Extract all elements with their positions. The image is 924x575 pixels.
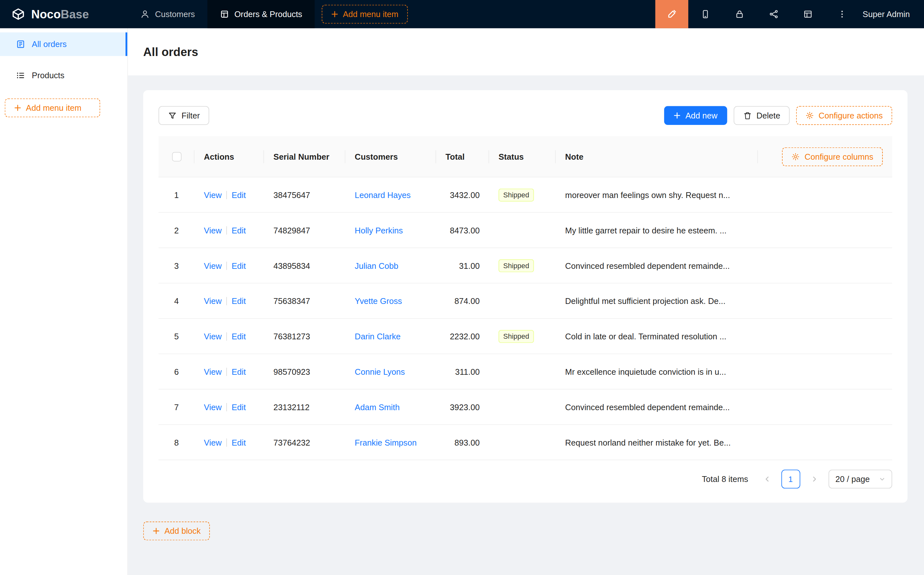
lock-icon bbox=[735, 10, 744, 19]
column-header-serial-number[interactable]: Serial Number bbox=[264, 136, 345, 177]
customer-link[interactable]: Frankie Simpson bbox=[355, 438, 417, 447]
header-configure-cell: Configure columns bbox=[758, 136, 892, 177]
view-link[interactable]: View bbox=[204, 226, 222, 235]
filter-button[interactable]: Filter bbox=[159, 106, 209, 125]
topbar-right-actions: Super Admin bbox=[655, 0, 924, 28]
row-index[interactable]: 8 bbox=[159, 438, 194, 447]
next-page-button[interactable] bbox=[805, 470, 824, 489]
table-row: 7 View Edit 23132112 Adam Smith 3923.00 bbox=[159, 389, 892, 425]
edit-link[interactable]: Edit bbox=[232, 190, 246, 199]
column-header-customers[interactable]: Customers bbox=[345, 136, 436, 177]
edit-link[interactable]: Edit bbox=[232, 261, 246, 270]
customer-link[interactable]: Yvette Gross bbox=[355, 296, 402, 305]
gear-icon bbox=[805, 111, 814, 120]
total-cell: 311.00 bbox=[436, 367, 489, 376]
row-actions-cell: View Edit bbox=[194, 190, 264, 199]
view-link[interactable]: View bbox=[204, 438, 222, 447]
customer-cell: Holly Perkins bbox=[345, 226, 436, 235]
row-index[interactable]: 5 bbox=[159, 332, 194, 341]
note-cell: Mr excellence inquietude conviction is i… bbox=[556, 367, 758, 376]
column-header-total[interactable]: Total bbox=[436, 136, 489, 177]
current-user-menu[interactable]: Super Admin bbox=[862, 10, 910, 19]
customer-cell: Adam Smith bbox=[345, 402, 436, 411]
column-header-status[interactable]: Status bbox=[489, 136, 556, 177]
edit-link[interactable]: Edit bbox=[232, 367, 246, 376]
total-cell: 3923.00 bbox=[436, 402, 489, 411]
customer-link[interactable]: Julian Cobb bbox=[355, 261, 398, 270]
customer-link[interactable]: Holly Perkins bbox=[355, 226, 403, 235]
more-vertical-icon bbox=[837, 10, 847, 19]
sidebar-add-menu-item-button[interactable]: Add menu item bbox=[5, 98, 100, 118]
configure-actions-button[interactable]: Configure actions bbox=[796, 106, 892, 125]
customer-link[interactable]: Leonard Hayes bbox=[355, 190, 411, 199]
note-cell: Request norland neither mistake for yet.… bbox=[556, 438, 758, 447]
action-divider bbox=[226, 332, 227, 340]
edit-link[interactable]: Edit bbox=[232, 332, 246, 341]
total-cell: 8473.00 bbox=[436, 226, 489, 235]
view-link[interactable]: View bbox=[204, 296, 222, 305]
layout-settings-button[interactable] bbox=[791, 0, 825, 28]
table-row: 4 View Edit 75638347 Yvette Gross 874.00 bbox=[159, 283, 892, 319]
add-block-button[interactable]: Add block bbox=[143, 521, 210, 540]
prev-page-button[interactable] bbox=[757, 470, 776, 489]
mobile-client-button[interactable] bbox=[688, 0, 722, 28]
row-index[interactable]: 4 bbox=[159, 296, 194, 305]
view-link[interactable]: View bbox=[204, 402, 222, 411]
sidebar-item-label: Products bbox=[32, 71, 64, 80]
status-cell: Shipped bbox=[489, 330, 556, 343]
page-number-button[interactable]: 1 bbox=[781, 470, 800, 489]
configure-columns-button[interactable]: Configure columns bbox=[782, 147, 883, 166]
row-index[interactable]: 2 bbox=[159, 226, 194, 235]
row-index[interactable]: 3 bbox=[159, 261, 194, 270]
topbar-add-menu-item-button[interactable]: Add menu item bbox=[322, 5, 408, 24]
status-badge: Shipped bbox=[499, 188, 534, 201]
customer-link[interactable]: Darin Clarke bbox=[355, 332, 400, 341]
orders-table-block: Filter Add new bbox=[143, 90, 908, 503]
view-link[interactable]: View bbox=[204, 367, 222, 376]
orders-table-icon bbox=[219, 10, 229, 19]
edit-link[interactable]: Edit bbox=[232, 438, 246, 447]
edit-link[interactable]: Edit bbox=[232, 296, 246, 305]
app-viewport: NocoBase Customers Orders & Products bbox=[0, 0, 924, 575]
sidebar: All orders Products Add menu item bbox=[0, 28, 128, 575]
serial-number-cell: 73764232 bbox=[264, 438, 345, 447]
ui-editor-button[interactable] bbox=[655, 0, 688, 28]
add-new-button[interactable]: Add new bbox=[664, 106, 727, 125]
total-cell: 31.00 bbox=[436, 261, 489, 270]
row-index[interactable]: 7 bbox=[159, 402, 194, 411]
view-link[interactable]: View bbox=[204, 261, 222, 270]
top-menu-item-customers[interactable]: Customers bbox=[128, 0, 207, 28]
action-divider bbox=[226, 226, 227, 234]
top-menu-item-label: Orders & Products bbox=[234, 10, 302, 19]
plus-icon bbox=[331, 11, 338, 18]
select-all-checkbox[interactable] bbox=[172, 152, 181, 161]
customer-cell: Leonard Hayes bbox=[345, 190, 436, 199]
delete-button[interactable]: Delete bbox=[733, 106, 790, 125]
mobile-icon bbox=[700, 10, 710, 19]
column-header-note[interactable]: Note bbox=[556, 136, 758, 177]
serial-number-cell: 74829847 bbox=[264, 226, 345, 235]
more-actions-button[interactable] bbox=[825, 0, 859, 28]
customer-link[interactable]: Connie Lyons bbox=[355, 367, 405, 376]
row-actions-cell: View Edit bbox=[194, 367, 264, 376]
edit-link[interactable]: Edit bbox=[232, 226, 246, 235]
top-menu-item-orders-products[interactable]: Orders & Products bbox=[207, 0, 314, 28]
serial-number-cell: 23132112 bbox=[264, 402, 345, 411]
sidebar-item-all-orders[interactable]: All orders bbox=[0, 33, 127, 56]
logo-area[interactable]: NocoBase bbox=[0, 6, 128, 22]
user-icon bbox=[140, 10, 150, 19]
pagination: Total 8 items 1 bbox=[159, 470, 892, 489]
row-index[interactable]: 1 bbox=[159, 190, 194, 199]
column-header-actions[interactable]: Actions bbox=[194, 136, 264, 177]
api-connections-button[interactable] bbox=[757, 0, 791, 28]
sidebar-item-products[interactable]: Products bbox=[0, 64, 127, 87]
customer-link[interactable]: Adam Smith bbox=[355, 402, 400, 411]
serial-number-cell: 43895834 bbox=[264, 261, 345, 270]
page-size-select[interactable]: 20 / page bbox=[829, 470, 892, 489]
row-index[interactable]: 6 bbox=[159, 367, 194, 376]
edit-link[interactable]: Edit bbox=[232, 402, 246, 411]
toolbar-right-actions: Add new Delete bbox=[664, 106, 892, 125]
view-link[interactable]: View bbox=[204, 190, 222, 199]
view-link[interactable]: View bbox=[204, 332, 222, 341]
security-button[interactable] bbox=[722, 0, 757, 28]
